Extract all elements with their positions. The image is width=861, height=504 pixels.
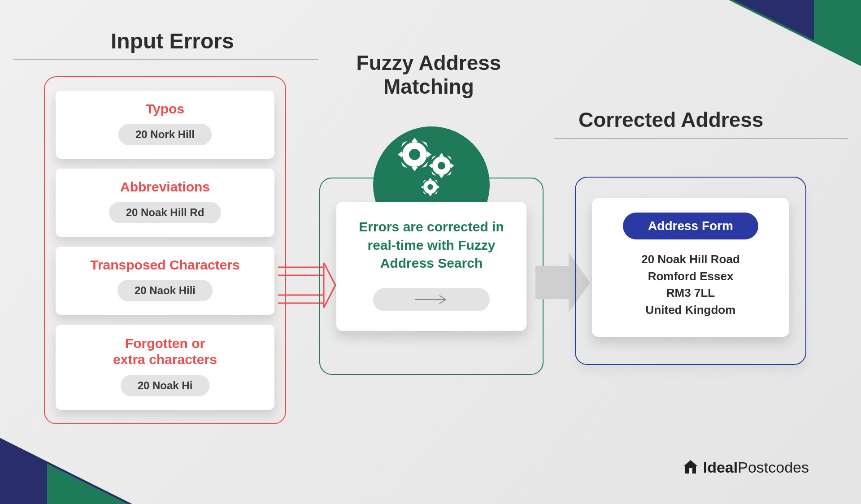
brand-logo: IdealPostcodes bbox=[682, 458, 809, 476]
heading-corrected-address: Corrected Address bbox=[578, 108, 763, 132]
error-card-transposed: Transposed Characters 20 Naok Hili bbox=[56, 247, 274, 315]
brand-bold: Ideal bbox=[703, 459, 738, 476]
brand-text: IdealPostcodes bbox=[703, 459, 809, 476]
address-line: United Kingdom bbox=[604, 302, 777, 319]
brand-light: Postcodes bbox=[738, 459, 809, 476]
error-example: 20 Naok Hili bbox=[117, 280, 213, 301]
arrow-right-icon bbox=[413, 295, 449, 304]
proceed-pill bbox=[373, 288, 490, 311]
svg-point-6 bbox=[427, 184, 433, 190]
error-title: Transposed Characters bbox=[65, 257, 265, 273]
address-form-card: Address Form 20 Noak Hill Road Romford E… bbox=[592, 198, 789, 337]
fuzzy-matching-panel: Errors are corrected in real-time with F… bbox=[319, 178, 544, 375]
house-icon bbox=[682, 458, 700, 476]
svg-point-2 bbox=[409, 149, 420, 160]
error-example: 20 Noak Hi bbox=[121, 375, 210, 396]
error-example: 20 Nork Hill bbox=[118, 124, 212, 145]
fuzzy-description-card: Errors are corrected in real-time with F… bbox=[336, 202, 526, 331]
error-title: Forgotten orextra characters bbox=[65, 335, 265, 368]
heading-fuzzy-matching: Fuzzy Address Matching bbox=[317, 51, 541, 99]
heading-input-errors: Input Errors bbox=[111, 29, 234, 53]
error-title: Typos bbox=[65, 101, 265, 117]
corrected-address-panel: Address Form 20 Noak Hill Road Romford E… bbox=[575, 177, 806, 365]
fuzzy-description: Errors are corrected in real-time with F… bbox=[349, 218, 514, 273]
divider-under-corrected bbox=[554, 138, 848, 139]
input-errors-panel: Typos 20 Nork Hill Abbreviations 20 Noak… bbox=[44, 76, 286, 424]
error-card-abbreviations: Abbreviations 20 Noak Hill Rd bbox=[56, 169, 274, 237]
gears-icon bbox=[398, 138, 465, 205]
divider-under-input-errors bbox=[13, 59, 318, 60]
error-card-typos: Typos 20 Nork Hill bbox=[56, 91, 274, 159]
error-example: 20 Noak Hill Rd bbox=[109, 202, 222, 223]
address-form-label: Address Form bbox=[623, 213, 758, 239]
address-line: 20 Noak Hill Road bbox=[604, 251, 777, 268]
error-card-forgotten: Forgotten orextra characters 20 Noak Hi bbox=[56, 325, 274, 410]
error-title: Abbreviations bbox=[65, 179, 265, 195]
svg-rect-8 bbox=[689, 468, 692, 474]
svg-point-4 bbox=[438, 162, 445, 169]
address-line: Romford Essex bbox=[604, 268, 777, 285]
address-line: RM3 7LL bbox=[604, 285, 777, 302]
